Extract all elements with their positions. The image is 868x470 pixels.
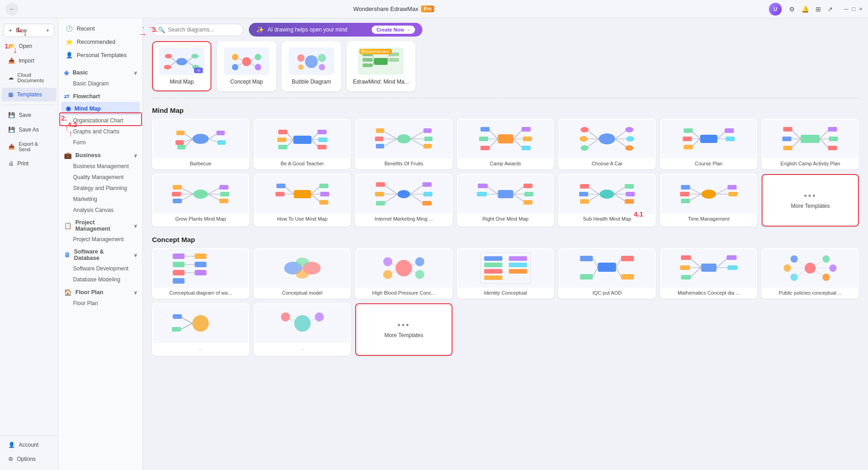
svg-rect-241 xyxy=(726,255,736,260)
nav-cat-project[interactable]: 📋 Project Management ∨ xyxy=(58,216,142,234)
nav-sub-analysis[interactable]: Analysis Canvas xyxy=(58,205,142,216)
nav-sub-database[interactable]: Database Modeling xyxy=(58,274,142,285)
template-public-policies[interactable]: Public policies conceptual ... xyxy=(762,248,859,299)
nav-sub-project-mgmt[interactable]: Project Management xyxy=(58,234,142,245)
template-concept-extra-1[interactable]: … xyxy=(152,303,249,356)
template-identity[interactable]: Identity Conceptual xyxy=(457,248,554,299)
notification-icon[interactable]: 🔔 xyxy=(801,5,809,13)
template-barbecue[interactable]: Barbecue xyxy=(152,119,249,169)
diagram-type-bubble[interactable]: Bubble Diagram xyxy=(282,41,341,91)
more-mindmap-templates[interactable]: ••• More Templates xyxy=(762,174,859,227)
minimize-button[interactable]: ─ xyxy=(844,5,848,12)
template-iqc-aod[interactable]: IQC put AOD xyxy=(558,248,656,299)
sidebar-item-cloud[interactable]: ☁ Cloud Documents xyxy=(2,69,56,87)
sidebar-item-save-as[interactable]: 💾 Save As xyxy=(2,123,56,137)
nav-sub-floorplan[interactable]: Floor Plan xyxy=(58,298,142,309)
more-concept-templates[interactable]: ••• More Templates xyxy=(355,303,452,356)
conceptual-wa-label: Conceptual diagram of wa... xyxy=(153,288,248,298)
ai-banner[interactable]: ✨ AI drawing helps open your mind Create… xyxy=(249,23,422,37)
maximize-button[interactable]: □ xyxy=(852,5,856,12)
concept-extra-2-label: … xyxy=(255,343,350,353)
template-mathematics[interactable]: Mathematics Concept dia ... xyxy=(660,248,758,299)
template-camp-awards[interactable]: Camp Awards xyxy=(457,119,554,169)
svg-rect-196 xyxy=(173,278,184,284)
nav-sub-software-dev[interactable]: Software Development xyxy=(58,263,142,274)
nav-cat-business[interactable]: 💼 Business ∨ xyxy=(58,148,142,161)
svg-rect-243 xyxy=(727,265,737,270)
template-internet-marketing[interactable]: Internet Marketing Ming ... xyxy=(355,174,452,227)
template-time-management[interactable]: Time Management xyxy=(660,174,758,227)
svg-rect-227 xyxy=(621,256,634,261)
template-english-camp[interactable]: English Camp Activity Plan xyxy=(762,119,859,169)
template-grow-plants[interactable]: Grow Plants Mind Map xyxy=(152,174,249,227)
create-now-button[interactable]: Create Now → xyxy=(372,26,415,34)
template-good-teacher[interactable]: Be A Good Teacher xyxy=(254,119,351,169)
nav-sub-marketing[interactable]: Marketing xyxy=(58,194,142,205)
nav-cat-basic[interactable]: ◈ Basic ∨ xyxy=(58,65,142,78)
nav-recent[interactable]: 🕐 Recent xyxy=(58,22,142,35)
svg-line-95 xyxy=(615,139,626,147)
diagram-type-edrawmind[interactable]: Recommended EdrawM xyxy=(347,41,416,91)
template-right-one[interactable]: Right One Mind Map xyxy=(457,174,554,227)
nav-sub-orgchart[interactable]: Organizational Chart xyxy=(58,115,142,126)
svg-rect-51 xyxy=(278,145,287,149)
sidebar-item-print[interactable]: 🖨 Print xyxy=(2,157,56,170)
svg-point-244 xyxy=(805,263,816,274)
svg-point-86 xyxy=(581,127,589,132)
new-label: New xyxy=(16,27,27,34)
sidebar-item-save[interactable]: 💾 Save 4.2 xyxy=(2,108,56,122)
template-high-blood[interactable]: High Blood Pressure Conc... xyxy=(355,248,452,299)
template-sub-health[interactable]: Sub Health Mind Map xyxy=(558,174,656,227)
nav-sub-basic-diagram[interactable]: Basic Diagram xyxy=(58,78,142,89)
nav-recommended[interactable]: ⭐ Recommended xyxy=(58,35,142,48)
nav-sub-form[interactable]: Form xyxy=(58,137,142,148)
svg-line-72 xyxy=(489,130,498,139)
new-icon: + xyxy=(9,27,12,34)
svg-rect-198 xyxy=(195,262,206,267)
share-icon[interactable]: ↗ xyxy=(827,5,833,13)
nav-cat-floorplan[interactable]: 🏠 Floor Plan ∨ xyxy=(58,285,142,298)
svg-rect-162 xyxy=(524,192,533,196)
diagram-type-conceptmap[interactable]: Concept Map xyxy=(217,41,276,91)
template-choose-car[interactable]: Choose A Car xyxy=(558,119,656,169)
software-icon: 🖥 xyxy=(64,251,70,259)
svg-line-7 xyxy=(187,62,194,66)
search-box[interactable]: 🔍 xyxy=(152,24,243,36)
sidebar-bottom: 👤 Account ⚙ Options xyxy=(0,435,58,466)
nav-sub-strategy[interactable]: Strategy and Planning xyxy=(58,183,142,194)
nav-sub-graphs[interactable]: Graphs and Charts xyxy=(58,126,142,137)
back-button[interactable]: ← xyxy=(5,3,18,16)
diagram-type-mindmap[interactable]: AI Mind Map xyxy=(152,41,211,91)
svg-line-170 xyxy=(589,187,600,194)
search-input[interactable] xyxy=(168,26,232,33)
close-button[interactable]: × xyxy=(859,5,863,12)
sidebar-item-templates[interactable]: ▦ Templates xyxy=(2,88,56,101)
nav-cat-software[interactable]: 🖥 Software & Database ∨ xyxy=(58,245,142,263)
more-dots-icon: ••• xyxy=(804,191,817,201)
nav-cat-flowchart[interactable]: ⇄ Flowchart xyxy=(58,89,142,102)
svg-point-246 xyxy=(823,255,830,263)
sidebar-item-export[interactable]: 📤 Export & Send xyxy=(2,137,56,156)
nav-cat-mindmap[interactable]: ◉ Mind Map xyxy=(61,102,140,115)
template-course-plan[interactable]: Course Plan xyxy=(660,119,758,169)
sidebar-item-new[interactable]: + New + xyxy=(4,24,54,37)
svg-point-208 xyxy=(383,257,392,266)
template-conceptual-model[interactable]: Conceptual model xyxy=(254,248,351,299)
template-fruits[interactable]: Benefits Of Fruits xyxy=(355,119,452,169)
sidebar-item-options[interactable]: ⚙ Options xyxy=(2,452,56,466)
template-how-to-use[interactable]: How To Use Mind Map xyxy=(254,174,351,227)
sidebar-item-import[interactable]: 📥 Import xyxy=(2,54,56,68)
settings-icon[interactable]: ⚙ xyxy=(789,5,795,13)
ai-banner-text: AI drawing helps open your mind xyxy=(268,26,347,33)
business-chevron: ∨ xyxy=(134,153,137,158)
sidebar-item-account[interactable]: 👤 Account xyxy=(2,438,56,452)
nav-sub-quality[interactable]: Quality Management xyxy=(58,172,142,183)
template-conceptual-wa[interactable]: Conceptual diagram of wa... xyxy=(152,248,249,299)
nav-sub-biz-mgmt[interactable]: Business Management xyxy=(58,161,142,172)
recent-label: Recent xyxy=(77,26,95,32)
avatar[interactable]: U xyxy=(769,3,782,16)
nav-personal[interactable]: 👤 Personal Templates xyxy=(58,48,142,62)
layout-icon[interactable]: ⊞ xyxy=(815,5,821,13)
template-concept-extra-2[interactable]: … xyxy=(254,303,351,356)
svg-rect-153 xyxy=(422,182,431,187)
